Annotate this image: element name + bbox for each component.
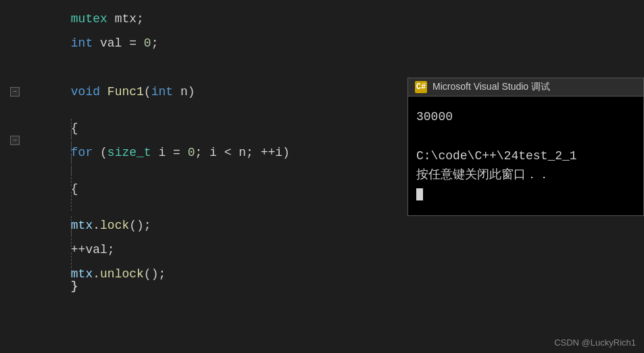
token: ; (151, 36, 159, 50)
popup-title-bar: C# Microsoft Visual Studio 调试 (408, 78, 643, 97)
code-line-2: int val = 0; (0, 31, 405, 55)
debug-popup: C# Microsoft Visual Studio 调试 30000 C:\c… (407, 78, 644, 216)
gutter-6[interactable]: − (5, 136, 24, 145)
terminal-cursor (416, 188, 423, 200)
popup-title: Microsoft Visual Studio 调试 (432, 81, 550, 93)
vs-icon-label: C# (416, 82, 426, 92)
vs-icon: C# (415, 81, 427, 93)
collapse-button-for[interactable]: − (10, 136, 20, 145)
output-cursor (416, 185, 635, 205)
token: } (71, 279, 78, 293)
collapse-button-func1[interactable]: − (10, 87, 20, 97)
token: 0 (144, 36, 151, 50)
output-line-1: 30000 (416, 107, 635, 127)
code-line-12: } (0, 274, 405, 298)
code-editor: mutex mtx; int val = 0; − void Func1(int… (0, 0, 405, 353)
output-line-2 (416, 127, 635, 146)
token: val = (93, 36, 144, 50)
token: int (71, 36, 93, 50)
watermark: CSDN @LuckyRich1 (554, 337, 636, 348)
line-content-12: } (24, 250, 78, 323)
popup-body: 30000 C:\code\C++\24test_2_1 按任意键关闭此窗口．． (408, 97, 643, 215)
output-line-3: C:\code\C++\24test_2_1 (416, 146, 635, 166)
gutter-4[interactable]: − (5, 87, 24, 97)
output-line-4: 按任意键关闭此窗口．． (416, 165, 635, 185)
